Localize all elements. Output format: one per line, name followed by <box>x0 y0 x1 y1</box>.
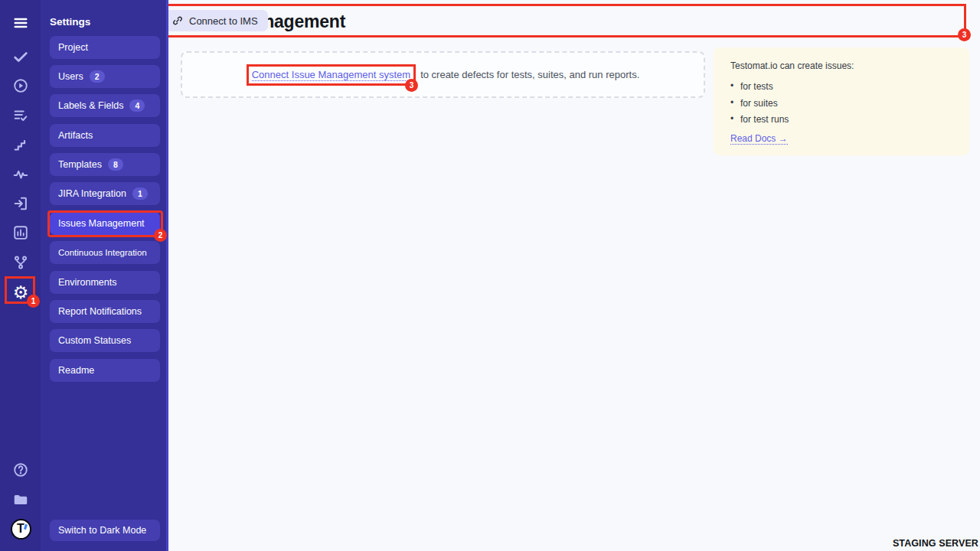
sidebar-item-jira-integration[interactable]: JIRA Integration 1 <box>50 182 160 205</box>
annotation-badge-step2: 2 <box>154 229 167 242</box>
sidebar-item-custom-statuses[interactable]: Custom Statuses <box>50 329 160 352</box>
count-badge: 2 <box>90 70 105 83</box>
sidebar-item-label: Readme <box>58 365 94 376</box>
annotation-badge-step1: 1 <box>27 295 40 308</box>
info-panel-title: Testomat.io can create issues: <box>730 60 952 71</box>
icon-rail: ⚙ 1 T <box>0 0 41 551</box>
info-bullet-list: for tests for suites for test runs <box>730 81 952 125</box>
annotation-box-step3-link: Connect Issue Management system 3 <box>247 64 416 86</box>
sidebar-item-artifacts[interactable]: Artifacts <box>50 124 160 147</box>
sidebar-item-label: Custom Statuses <box>58 335 131 346</box>
projects-folder-icon[interactable] <box>10 489 31 510</box>
link-chain-icon <box>172 15 184 27</box>
sidebar-item-label: Labels & Fields <box>58 100 123 111</box>
info-bullet: for test runs <box>730 114 952 125</box>
sidebar-title: Settings <box>50 16 90 28</box>
count-badge: 4 <box>129 99 145 112</box>
sidebar-item-continuous-integration[interactable]: Continuous Integration <box>50 241 160 264</box>
count-badge: 8 <box>108 158 123 171</box>
sidebar-item-label: JIRA Integration <box>58 188 126 199</box>
main-content: Issues Management Connect to IMS 3 Conne… <box>168 0 980 551</box>
info-bullet: for suites <box>730 98 952 109</box>
sidebar-item-label: Report Notifications <box>58 306 142 317</box>
sidebar-item-label: Project <box>58 42 88 53</box>
sidebar-item-label: Artifacts <box>58 130 93 141</box>
annotation-box-step1: 1 <box>5 276 35 304</box>
test-plans-icon[interactable] <box>10 105 31 126</box>
staging-server-label: STAGING SERVER <box>893 538 978 549</box>
count-badge: 1 <box>132 187 148 200</box>
pulse-icon[interactable] <box>10 164 31 185</box>
info-bullet: for tests <box>730 81 952 92</box>
sidebar-item-templates[interactable]: Templates 8 <box>50 153 160 176</box>
dark-mode-label: Switch to Dark Mode <box>58 525 146 536</box>
connect-to-ims-button[interactable]: Connect to IMS <box>162 10 268 31</box>
app-window: ⚙ 1 T Settings Project Users 2 Lab <box>0 0 980 551</box>
annotation-box-step2: 2 <box>47 210 163 237</box>
connect-to-ims-label: Connect to IMS <box>189 15 258 27</box>
import-icon[interactable] <box>10 193 31 214</box>
annotation-box-step3-button: Connect to IMS 3 <box>155 4 966 37</box>
settings-sidebar: Settings Project Users 2 Labels & Fields… <box>41 0 168 551</box>
sidebar-item-project[interactable]: Project <box>50 36 160 59</box>
info-panel: Testomat.io can create issues: for tests… <box>714 47 969 155</box>
sidebar-item-label: Environments <box>58 277 116 288</box>
testomat-logo-icon: T <box>11 519 31 540</box>
sidebar-item-label: Users <box>58 71 83 82</box>
analytics-icon[interactable] <box>10 222 31 243</box>
sidebar-item-label: Continuous Integration <box>58 248 147 257</box>
account-logo[interactable]: T <box>10 518 31 540</box>
sidebar-item-report-notifications[interactable]: Report Notifications <box>50 300 160 323</box>
menu-icon[interactable] <box>10 12 31 34</box>
annotation-badge-step3-link: 3 <box>405 79 418 92</box>
sidebar-item-label: Templates <box>58 159 102 170</box>
dark-mode-toggle-button[interactable]: Switch to Dark Mode <box>50 520 160 541</box>
empty-state-box: Connect Issue Management system 3 to cre… <box>181 51 705 98</box>
steps-icon[interactable] <box>10 135 31 156</box>
connect-ims-link[interactable]: Connect Issue Management system <box>252 69 410 81</box>
sidebar-item-readme[interactable]: Readme <box>50 359 160 382</box>
sidebar-item-users[interactable]: Users 2 <box>50 65 160 88</box>
empty-state-text: to create defects for tests, suites, and… <box>420 69 639 80</box>
sidebar-item-issues-management[interactable]: Issues Management 2 <box>50 212 160 235</box>
read-docs-link[interactable]: Read Docs → <box>730 133 788 145</box>
branches-icon[interactable] <box>10 252 31 273</box>
annotation-badge-step3-button: 3 <box>958 28 971 41</box>
runs-play-icon[interactable] <box>10 75 31 96</box>
tests-check-icon[interactable] <box>10 46 31 67</box>
help-icon[interactable] <box>10 459 31 481</box>
sidebar-item-labels-fields[interactable]: Labels & Fields 4 <box>50 94 160 117</box>
sidebar-item-environments[interactable]: Environments <box>50 271 160 294</box>
